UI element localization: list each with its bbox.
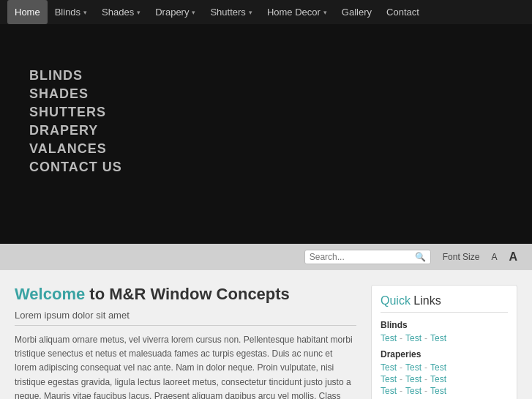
- nav-item-blinds[interactable]: Blinds▾: [48, 0, 94, 24]
- sidebar: Quick Links BlindsTest-Test-TestDraperie…: [371, 285, 517, 399]
- link-separator: -: [424, 386, 427, 396]
- sidebar-link[interactable]: Test: [405, 333, 422, 343]
- hero-links: BLINDSSHADESSHUTTERSDRAPERYVALANCESCONTA…: [29, 68, 122, 175]
- sidebar-link[interactable]: Test: [381, 374, 397, 384]
- chevron-down-icon: ▾: [83, 9, 87, 16]
- welcome-word: Welcome: [15, 285, 85, 303]
- hero-link-valances[interactable]: VALANCES: [29, 141, 122, 157]
- hero-link-shutters[interactable]: SHUTTERS: [29, 105, 122, 120]
- nav-label: Gallery: [342, 7, 372, 18]
- nav-label: Shutters: [210, 7, 245, 18]
- nav-item-shades[interactable]: Shades▾: [94, 0, 148, 24]
- nav-label: Blinds: [55, 7, 80, 18]
- nav-item-home[interactable]: Home: [7, 0, 48, 24]
- hero-link-drapery[interactable]: DRAPERY: [29, 123, 122, 138]
- hero-link-blinds[interactable]: BLINDS: [29, 68, 122, 83]
- sidebar-section-heading: Blinds: [381, 320, 508, 330]
- font-size-label: Font Size: [443, 252, 480, 262]
- sidebar-link[interactable]: Test: [430, 374, 446, 384]
- nav-item-gallery[interactable]: Gallery: [334, 0, 379, 24]
- chevron-down-icon: ▾: [323, 9, 327, 16]
- chevron-down-icon: ▾: [192, 9, 195, 16]
- link-separator: -: [424, 374, 427, 384]
- sidebar-box: Quick Links BlindsTest-Test-TestDraperie…: [371, 285, 517, 399]
- nav-item-shutters[interactable]: Shutters▾: [203, 0, 259, 24]
- nav-label: Home Decor: [267, 7, 321, 18]
- hero-section: BLINDSSHADESSHUTTERSDRAPERYVALANCESCONTA…: [0, 24, 532, 244]
- link-row: Test-Test-Test: [381, 386, 508, 396]
- main-nav: HomeBlinds▾Shades▾Drapery▾Shutters▾Home …: [0, 0, 532, 24]
- nav-label: Shades: [102, 7, 134, 18]
- sidebar-link[interactable]: Test: [430, 386, 446, 396]
- search-icon: 🔍: [415, 252, 426, 262]
- sidebar-section-heading: Draperies: [381, 349, 508, 359]
- nav-label: Contact: [386, 7, 419, 18]
- content-body: Morbi aliquam ornare metus, vel viverra …: [15, 333, 356, 399]
- nav-item-contact[interactable]: Contact: [379, 0, 427, 24]
- link-row: Test-Test-Test: [381, 374, 508, 384]
- sidebar-sections: BlindsTest-Test-TestDraperiesTest-Test-T…: [381, 320, 508, 399]
- content-subtitle: Lorem ipsum dolor sit amet: [15, 310, 356, 326]
- hero-link-contact-us[interactable]: CONTACT US: [29, 160, 122, 175]
- link-separator: -: [400, 386, 402, 396]
- font-size-small-button[interactable]: A: [491, 252, 497, 262]
- link-separator: -: [400, 374, 402, 384]
- toolbar: 🔍 Font Size A A: [0, 244, 532, 270]
- content-area: Welcome to M&R Window Concepts Lorem ips…: [15, 285, 371, 399]
- link-separator: -: [424, 333, 427, 343]
- chevron-down-icon: ▾: [249, 9, 252, 16]
- sidebar-section-links: Test-Test-TestTest-Test-TestTest-Test-Te…: [381, 362, 508, 396]
- search-input[interactable]: [310, 252, 412, 262]
- sidebar-link[interactable]: Test: [430, 362, 446, 373]
- sidebar-link[interactable]: Test: [405, 386, 422, 396]
- sidebar-links-word: Links: [411, 294, 441, 307]
- sidebar-link[interactable]: Test: [430, 333, 446, 343]
- search-box: 🔍: [304, 250, 431, 264]
- chevron-down-icon: ▾: [137, 9, 141, 16]
- sidebar-quick-word: Quick: [381, 294, 411, 307]
- sidebar-link[interactable]: Test: [381, 386, 397, 396]
- hero-link-shades[interactable]: SHADES: [29, 86, 122, 102]
- sidebar-link[interactable]: Test: [381, 362, 397, 373]
- sidebar-section-links: Test-Test-Test: [381, 333, 508, 343]
- sidebar-title: Quick Links: [381, 294, 508, 313]
- sidebar-link[interactable]: Test: [381, 333, 397, 343]
- link-row: Test-Test-Test: [381, 362, 508, 373]
- link-separator: -: [400, 333, 402, 343]
- link-separator: -: [400, 362, 402, 373]
- title-rest: to M&R Window Concepts: [85, 285, 290, 303]
- nav-label: Home: [15, 7, 40, 18]
- welcome-title: Welcome to M&R Window Concepts: [15, 285, 356, 304]
- main-area: Welcome to M&R Window Concepts Lorem ips…: [0, 270, 532, 399]
- link-row: Test-Test-Test: [381, 333, 508, 343]
- nav-label: Drapery: [155, 7, 189, 18]
- nav-item-home-decor[interactable]: Home Decor▾: [260, 0, 334, 24]
- nav-item-drapery[interactable]: Drapery▾: [148, 0, 203, 24]
- font-size-large-button[interactable]: A: [509, 250, 517, 264]
- sidebar-link[interactable]: Test: [405, 374, 422, 384]
- sidebar-link[interactable]: Test: [405, 362, 422, 373]
- link-separator: -: [424, 362, 427, 373]
